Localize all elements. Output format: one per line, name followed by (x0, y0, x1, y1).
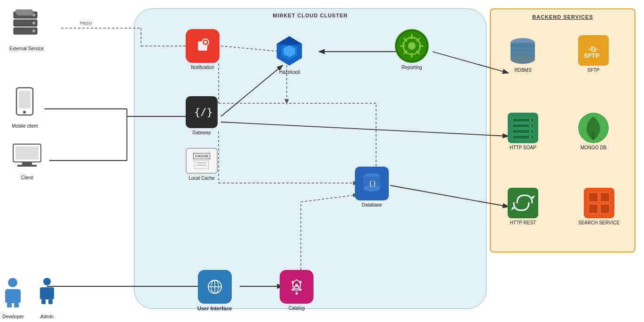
svg-rect-35 (18, 12, 33, 15)
developer-node: Developer (2, 277, 24, 319)
svg-rect-44 (5, 289, 21, 303)
developer-icon (2, 277, 24, 312)
user-interface-node: User Interface (197, 270, 232, 311)
sftp-icon: SFTP (578, 35, 609, 66)
gateway-node: {/} Gateway (186, 96, 218, 135)
client-node: Client (12, 143, 42, 180)
reporting-node: Reporting (395, 29, 429, 70)
gateway-label: Gateway (192, 130, 211, 135)
rdbms-node: RDBMS (508, 35, 538, 73)
svg-point-66 (408, 42, 416, 50)
mongodb-icon (578, 113, 609, 143)
admin-node: Admin (38, 277, 56, 319)
svg-point-31 (32, 30, 35, 32)
svg-rect-41 (22, 162, 32, 165)
http-rest-icon (508, 188, 538, 218)
gateway-icon: {/} (186, 96, 218, 128)
svg-point-108 (529, 119, 531, 121)
svg-point-30 (32, 22, 35, 24)
external-service-label: External Service (9, 46, 44, 51)
svg-rect-40 (16, 146, 39, 160)
desktop-icon (12, 143, 42, 173)
svg-rect-46 (14, 303, 19, 307)
svg-marker-63 (277, 36, 302, 45)
rdbms-label: RDBMS (514, 68, 531, 73)
cache-node: CACHE Local Cache (186, 148, 218, 181)
svg-rect-49 (41, 299, 46, 304)
svg-point-110 (529, 130, 531, 132)
rdbms-icon (508, 35, 538, 66)
reporting-label: Reporting (401, 65, 422, 70)
database-node: {} Database (355, 167, 389, 207)
reporting-icon (395, 29, 429, 63)
svg-point-54 (204, 41, 207, 44)
http-soap-node: HTTP SOAP (508, 113, 538, 150)
hazelcast-node: Hazelcast (273, 34, 306, 75)
svg-point-89 (299, 281, 302, 284)
svg-point-43 (8, 278, 17, 287)
mobile-client-node: Mobile client (12, 87, 38, 129)
sftp-node: SFTP SFTP (578, 35, 609, 73)
svg-rect-119 (600, 192, 610, 202)
cloud-cluster-label: MIRKET CLOUD CLUSTER (273, 13, 347, 18)
svg-text:http(s): http(s) (80, 21, 92, 25)
catalog-icon (280, 270, 314, 304)
svg-point-47 (43, 278, 51, 285)
notification-label: Notification (191, 65, 214, 70)
svg-text:SFTP: SFTP (584, 52, 600, 59)
search-service-node: SEARCH SERVICE (578, 188, 620, 225)
svg-rect-37 (19, 91, 31, 108)
mobile-icon (14, 87, 35, 122)
hazelcast-icon (273, 34, 306, 68)
client-label: Client (21, 175, 33, 180)
svg-rect-50 (48, 299, 53, 304)
cache-inner-label: CACHE (193, 153, 210, 159)
mobile-client-label: Mobile client (12, 123, 38, 129)
svg-point-93 (296, 292, 298, 295)
catalog-label: Catalog (289, 306, 305, 311)
http-soap-icon (508, 113, 538, 143)
external-service-node: External Service (9, 9, 44, 51)
svg-point-90 (292, 281, 294, 284)
database-label: Database (362, 202, 382, 207)
http-rest-label: HTTP REST (510, 220, 536, 225)
backend-services-label: BACKEND SERVICES (532, 14, 593, 20)
svg-point-109 (529, 125, 531, 127)
http-rest-node: HTTP REST (508, 188, 538, 225)
svg-point-38 (23, 111, 26, 114)
svg-rect-48 (40, 287, 54, 299)
svg-rect-118 (589, 192, 598, 202)
database-icon: {} (355, 167, 389, 200)
svg-rect-120 (589, 204, 598, 214)
diagram-container: MIRKET CLOUD CLUSTER BACKEND SERVICES ht… (0, 0, 644, 322)
notification-node: Notification (186, 29, 220, 70)
svg-text:{/}: {/} (194, 106, 212, 118)
developer-label: Developer (2, 314, 24, 319)
svg-rect-42 (17, 165, 37, 167)
catalog-node: Catalog (280, 270, 314, 311)
hazelcast-label: Hazelcast (279, 69, 300, 75)
svg-rect-45 (7, 303, 12, 307)
mongodb-label: MONGO DB (581, 145, 607, 150)
svg-point-92 (292, 289, 294, 291)
svg-rect-57 (195, 161, 209, 169)
svg-point-111 (529, 136, 531, 138)
http-soap-label: HTTP SOAP (510, 145, 536, 150)
search-service-icon (584, 188, 614, 218)
ui-label: User Interface (197, 306, 232, 311)
cache-icon: CACHE (186, 148, 218, 174)
svg-point-91 (299, 289, 302, 291)
sftp-label: SFTP (588, 68, 600, 73)
admin-label: Admin (40, 314, 54, 319)
svg-rect-121 (600, 204, 610, 214)
cache-label: Local Cache (188, 176, 215, 181)
admin-icon (38, 277, 56, 312)
svg-text:{}: {} (369, 180, 377, 187)
svg-point-96 (510, 54, 535, 64)
notification-icon (186, 29, 220, 63)
ui-icon (198, 270, 232, 304)
server-icon (11, 9, 42, 44)
mongodb-node: MONGO DB (578, 113, 609, 150)
svg-point-88 (295, 284, 298, 287)
search-service-label: SEARCH SERVICE (578, 220, 620, 225)
